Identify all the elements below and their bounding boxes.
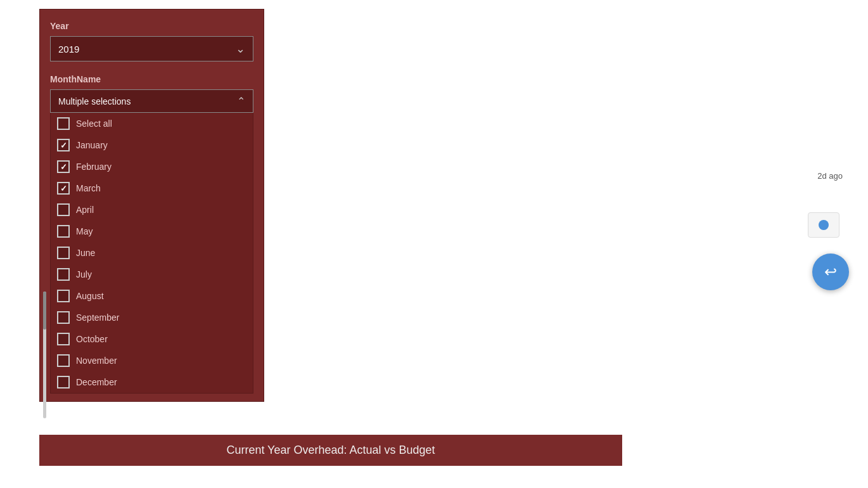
scroll-thumb[interactable] xyxy=(43,292,46,330)
month-item[interactable]: May xyxy=(51,221,253,242)
bottom-bar-title: Current Year Overhead: Actual vs Budget xyxy=(226,444,435,456)
month-item[interactable]: June xyxy=(51,242,253,264)
year-dropdown[interactable]: 2019 ⌄ xyxy=(50,36,253,61)
year-chevron-down-icon: ⌄ xyxy=(236,42,245,56)
monthname-label: MonthName xyxy=(50,74,253,84)
checkbox-icon xyxy=(57,139,70,151)
month-label: March xyxy=(76,183,101,193)
reply-icon: ↩ xyxy=(824,263,837,281)
month-item[interactable]: Select all xyxy=(51,113,253,134)
month-item[interactable]: February xyxy=(51,156,253,177)
month-item[interactable]: December xyxy=(51,371,253,393)
checkbox-icon xyxy=(57,225,70,238)
checkbox-icon xyxy=(57,354,70,367)
month-item[interactable]: July xyxy=(51,264,253,285)
month-label: December xyxy=(76,377,117,387)
month-item[interactable]: March xyxy=(51,177,253,199)
checkbox-icon xyxy=(57,290,70,302)
checkbox-icon xyxy=(57,117,70,130)
main-area: Year 2019 ⌄ MonthName Multiple selection… xyxy=(0,0,868,488)
month-label: September xyxy=(76,312,119,323)
month-item[interactable]: January xyxy=(51,134,253,156)
filter-panel: Year 2019 ⌄ MonthName Multiple selection… xyxy=(39,9,264,402)
month-label: November xyxy=(76,356,117,366)
month-item[interactable]: September xyxy=(51,307,253,328)
month-label: October xyxy=(76,334,108,344)
checkbox-icon xyxy=(57,311,70,324)
multiselect-chevron-up-icon: ⌃ xyxy=(237,95,245,107)
scrollbar[interactable] xyxy=(43,292,46,418)
bottom-bar: Current Year Overhead: Actual vs Budget xyxy=(39,435,622,466)
month-item[interactable]: August xyxy=(51,285,253,307)
checkbox-icon xyxy=(57,247,70,259)
month-label: July xyxy=(76,269,92,279)
checkbox-icon xyxy=(57,333,70,345)
multiselect-label: Multiple selections xyxy=(58,96,131,106)
year-value: 2019 xyxy=(58,44,79,55)
year-label: Year xyxy=(50,21,253,31)
month-list: Select allJanuaryFebruaryMarchAprilMayJu… xyxy=(50,113,253,394)
month-label: Select all xyxy=(76,119,112,129)
month-label: February xyxy=(76,162,112,172)
blue-dot-icon xyxy=(819,220,829,230)
reply-fab-button[interactable]: ↩ xyxy=(812,254,849,290)
month-label: April xyxy=(76,205,94,215)
month-label: August xyxy=(76,291,104,301)
month-item[interactable]: November xyxy=(51,350,253,371)
month-label: January xyxy=(76,140,108,150)
timestamp: 2d ago xyxy=(817,171,843,181)
checkbox-icon xyxy=(57,268,70,281)
month-item[interactable]: October xyxy=(51,328,253,350)
multiselect-dropdown[interactable]: Multiple selections ⌃ xyxy=(50,89,253,113)
checkbox-icon xyxy=(57,203,70,216)
month-label: June xyxy=(76,248,95,258)
checkbox-icon xyxy=(57,376,70,388)
month-item[interactable]: April xyxy=(51,199,253,221)
month-label: May xyxy=(76,226,93,236)
checkbox-icon xyxy=(57,182,70,195)
checkbox-icon xyxy=(57,160,70,173)
small-dot-button[interactable] xyxy=(808,212,839,238)
